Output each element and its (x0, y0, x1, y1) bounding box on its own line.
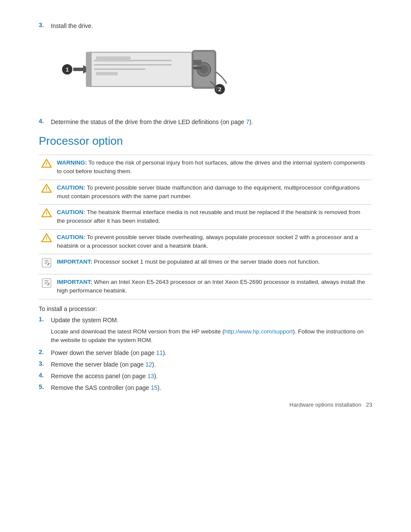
install-step-2-content: Power down the server blade (on page 11)… (51, 348, 372, 358)
step3-page-link[interactable]: 12 (145, 361, 152, 368)
svg-text:!: ! (46, 186, 47, 192)
important2-text: When an Intel Xeon E5-2643 processor or … (57, 279, 365, 294)
notice-row-warning: ! WARNING: To reduce the risk of persona… (39, 155, 372, 180)
install-step-4-num: 4. (39, 372, 51, 379)
step-3-text: Install the drive. (51, 22, 372, 31)
caution2-triangle-icon: ! (41, 208, 52, 218)
install-step-1-sub: Locate and download the latest ROM versi… (51, 327, 372, 345)
svg-rect-14 (193, 60, 202, 65)
svg-rect-8 (96, 72, 118, 75)
caution3-text: To prevent possible server blade overhea… (57, 234, 358, 249)
caution2-text-cell: CAUTION: The heatsink thermal interface … (54, 205, 372, 230)
hp-support-link[interactable]: http://www.hp.com/support (224, 328, 293, 335)
caution2-label: CAUTION: (57, 209, 85, 215)
step-4-item: 4. Determine the status of the drive fro… (39, 118, 372, 127)
notice-row-caution-2: ! CAUTION: The heatsink thermal interfac… (39, 205, 372, 230)
svg-rect-15 (193, 67, 202, 69)
install-step-1-content: Update the system ROM. (51, 316, 372, 325)
warning-triangle-icon: ! (41, 159, 52, 168)
svg-rect-26 (42, 258, 51, 267)
install-step-2-num: 2. (39, 348, 51, 355)
notice-row-important-1: IMPORTANT: Processor socket 1 must be po… (39, 254, 372, 274)
install-step-4: 4. Remove the access panel (on page 13). (39, 372, 372, 381)
important1-text: Processor socket 1 must be populated at … (94, 258, 320, 265)
install-step-5-num: 5. (39, 383, 51, 390)
caution2-text: The heatsink thermal interface media is … (57, 209, 360, 224)
svg-rect-7 (96, 56, 131, 62)
svg-rect-5 (94, 64, 171, 65)
svg-rect-6 (94, 68, 146, 70)
svg-rect-31 (42, 279, 51, 287)
step-4-num: 4. (39, 118, 51, 124)
important1-text-cell: IMPORTANT: Processor socket 1 must be po… (54, 254, 372, 274)
drive-svg: 1 (51, 38, 232, 105)
caution1-icon-cell: ! (39, 180, 54, 205)
caution1-label: CAUTION: (57, 184, 85, 191)
notices-table: ! WARNING: To reduce the risk of persona… (39, 155, 372, 299)
svg-text:2: 2 (218, 86, 221, 93)
step-3-item: 3. Install the drive. (39, 22, 372, 31)
install-steps-list: 1. Update the system ROM. Locate and dow… (39, 316, 372, 393)
svg-text:!: ! (46, 211, 47, 217)
install-step-4-content: Remove the access panel (on page 13). (51, 372, 372, 381)
drive-illustration: 1 (51, 38, 232, 107)
install-step-5: 5. Remove the SAS controller (on page 15… (39, 383, 372, 392)
warning-text-cell: WARNING: To reduce the risk of personal … (54, 155, 372, 180)
install-intro: To install a processor: (39, 305, 372, 312)
svg-rect-13 (86, 52, 91, 87)
svg-text:!: ! (46, 236, 47, 242)
important1-label: IMPORTANT: (57, 258, 92, 265)
install-step-2: 2. Power down the server blade (on page … (39, 348, 372, 358)
page-content: 3. Install the drive. 1 (0, 0, 411, 421)
step-3-num: 3. (39, 22, 51, 28)
important2-text-cell: IMPORTANT: When an Intel Xeon E5-2643 pr… (54, 274, 372, 299)
important1-pencil-icon (41, 258, 52, 268)
step5-page-link[interactable]: 15 (151, 384, 158, 391)
caution3-triangle-icon: ! (41, 233, 52, 243)
step-4-content: Determine the status of the drive from t… (51, 118, 372, 127)
important2-icon-cell (39, 274, 54, 299)
warning-text: To reduce the risk of personal injury fr… (57, 159, 365, 174)
important2-pencil-icon (41, 278, 52, 288)
install-step-5-content: Remove the SAS controller (on page 15). (51, 383, 372, 392)
notice-row-caution-3: ! CAUTION: To prevent possible server bl… (39, 229, 372, 254)
install-step-3-content: Remove the server blade (on page 12). (51, 360, 372, 369)
caution1-text-cell: CAUTION: To prevent possible server blad… (54, 180, 372, 205)
caution1-triangle-icon: ! (41, 184, 52, 193)
install-step-1-num: 1. (39, 316, 51, 323)
install-step-3: 3. Remove the server blade (on page 12). (39, 360, 372, 369)
warning-label: WARNING: (57, 159, 87, 166)
footer: Hardware options installation 23 (290, 401, 372, 408)
caution3-text-cell: CAUTION: To prevent possible server blad… (54, 229, 372, 254)
caution3-label: CAUTION: (57, 234, 85, 240)
important1-icon-cell (39, 254, 54, 274)
step4-page-link[interactable]: 7 (246, 118, 249, 125)
svg-text:1: 1 (65, 66, 68, 73)
important2-label: IMPORTANT: (57, 279, 92, 285)
caution3-icon-cell: ! (39, 229, 54, 254)
warning-icon-cell: ! (39, 155, 54, 180)
notice-row-important-2: IMPORTANT: When an Intel Xeon E5-2643 pr… (39, 274, 372, 299)
svg-text:!: ! (46, 161, 47, 167)
install-step-3-num: 3. (39, 360, 51, 367)
notice-row-caution-1: ! CAUTION: To prevent possible server bl… (39, 180, 372, 205)
install-step-1: 1. Update the system ROM. (39, 316, 372, 325)
footer-text: Hardware options installation (290, 401, 361, 408)
footer-page: 23 (366, 401, 372, 408)
step2-page-link[interactable]: 11 (156, 349, 163, 356)
step4-page-link-2[interactable]: 13 (147, 373, 154, 380)
section-title: Processor option (39, 134, 372, 149)
caution2-icon-cell: ! (39, 205, 54, 230)
caution1-text: To prevent possible server blade malfunc… (57, 184, 360, 199)
